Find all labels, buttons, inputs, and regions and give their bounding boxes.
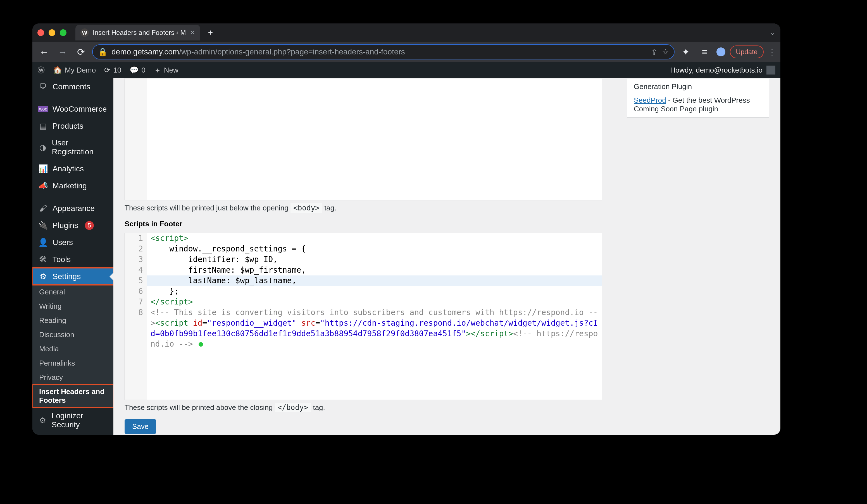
browser-toolbar: ← → ⟳ 🔒 demo.getsamy.com/wp-admin/option… [32,42,780,62]
avatar-icon [767,66,775,75]
back-button[interactable]: ← [37,45,51,59]
sidebar-item-woocommerce[interactable]: wooWooCommerce [32,101,114,118]
sidebar-item-products[interactable]: ▤Products [32,118,114,134]
plugins-icon: 🔌 [38,221,48,230]
browser-tab[interactable]: W Insert Headers and Footers ‹ M ✕ [75,25,200,41]
status-dot-icon [199,342,203,347]
tabs-overflow-icon[interactable]: ⌄ [770,29,775,36]
products-icon: ▤ [38,121,48,131]
sidebar-sub-insert-headers-footers[interactable]: Insert Headers and Footers [32,385,114,407]
admin-site-link[interactable]: 🏠 My Demo [53,66,96,75]
sidebar-item-analytics[interactable]: 📊Analytics [32,160,114,177]
browser-update-button[interactable]: Update [730,45,764,58]
maximize-window-icon[interactable] [60,29,66,36]
woo-icon: woo [38,106,48,112]
new-tab-button[interactable]: + [204,26,216,39]
wp-logo-icon[interactable]: ⓦ [38,65,45,75]
extensions-icon[interactable]: ✦ [678,45,693,59]
footer-helper-text: These scripts will be printed above the … [125,403,602,412]
scripts-in-body-editor[interactable] [125,78,602,200]
tab-title: Insert Headers and Footers ‹ M [93,29,186,36]
appearance-icon: 🖌 [38,204,48,213]
settings-icon: ⚙ [38,272,48,281]
reading-list-icon[interactable]: ≡ [697,45,712,59]
save-button[interactable]: Save [125,419,156,434]
plugins-badge: 5 [85,221,94,230]
sidebar-item-plugins[interactable]: 🔌Plugins5 [32,217,114,234]
lock-icon: 🔒 [98,47,108,57]
minimize-window-icon[interactable] [49,29,55,36]
sidebar-sub-writing[interactable]: Writing [32,299,114,314]
marketing-icon: 📣 [38,181,48,190]
wp-admin-bar: ⓦ 🏠 My Demo ⟳ 10 💬 0 ＋ New Howdy, demo@r… [32,62,780,78]
sidebar-item-marketing[interactable]: 📣Marketing [32,177,114,194]
howdy-text: Howdy, demo@rocketbots.io [670,66,762,75]
tools-icon: 🛠 [38,255,48,264]
users-icon: 👤 [38,238,48,247]
sidebar-item-loginizer[interactable]: ⚙Loginizer Security [32,407,114,433]
sidebar-sub-permalinks[interactable]: Permalinks [32,356,114,370]
analytics-icon: 📊 [38,164,48,173]
wp-sidebar: 🗨Comments wooWooCommerce ▤Products ◑User… [32,78,114,435]
widget-seedprod-link[interactable]: SeedProd [634,96,666,105]
settings-submenu: General Writing Reading Discussion Media… [32,285,114,407]
share-icon[interactable]: ⇪ [651,47,657,57]
sidebar-item-user-registration[interactable]: ◑User Registration [32,134,114,160]
loginizer-icon: ⚙ [38,416,47,425]
traffic-lights [38,29,66,36]
user-reg-icon: ◑ [38,143,47,152]
sidebar-item-users[interactable]: 👤Users [32,234,114,251]
admin-revisions[interactable]: ⟳ 10 [104,66,121,75]
admin-comments[interactable]: 💬 0 [130,66,145,75]
close-tab-icon[interactable]: ✕ [190,29,195,36]
browser-tab-bar: W Insert Headers and Footers ‹ M ✕ + ⌄ [32,23,780,42]
sidebar-item-tools[interactable]: 🛠Tools [32,251,114,268]
plugin-promo-widget: Generation Plugin SeedProd - Get the bes… [627,78,769,118]
forward-button[interactable]: → [55,45,70,59]
url-host: demo.getsamy.com [111,47,179,56]
sidebar-item-settings[interactable]: ⚙Settings [32,268,114,285]
sidebar-sub-reading: Reading [32,314,114,328]
sidebar-sub-privacy[interactable]: Privacy [32,370,114,385]
footer-section-label: Scripts in Footer [125,220,602,228]
scripts-in-footer-editor[interactable]: 1<script> 2 window.__respond_settings = … [125,233,602,400]
sidebar-sub-discussion[interactable]: Discussion [32,328,114,342]
reload-button[interactable]: ⟳ [74,45,88,59]
sidebar-sub-media[interactable]: Media [32,342,114,356]
comments-icon: 🗨 [38,82,48,91]
address-bar[interactable]: 🔒 demo.getsamy.com/wp-admin/options-gene… [92,44,675,59]
admin-account[interactable]: Howdy, demo@rocketbots.io [670,66,775,75]
admin-new-button[interactable]: ＋ New [154,65,179,75]
sidebar-item-comments[interactable]: 🗨Comments [32,78,114,95]
bookmark-icon[interactable]: ☆ [662,47,669,57]
browser-menu-icon[interactable]: ⋮ [768,47,776,57]
profile-avatar-icon[interactable] [716,47,725,56]
body-helper-text: These scripts will be printed just below… [125,204,602,212]
sidebar-item-appearance[interactable]: 🖌Appearance [32,200,114,217]
close-window-icon[interactable] [38,29,44,36]
widget-line1: Generation Plugin [634,82,762,91]
url-path: /wp-admin/options-general.php?page=inser… [179,47,405,56]
sidebar-sub-general[interactable]: General [32,285,114,299]
wordpress-favicon-icon: W [81,29,89,37]
